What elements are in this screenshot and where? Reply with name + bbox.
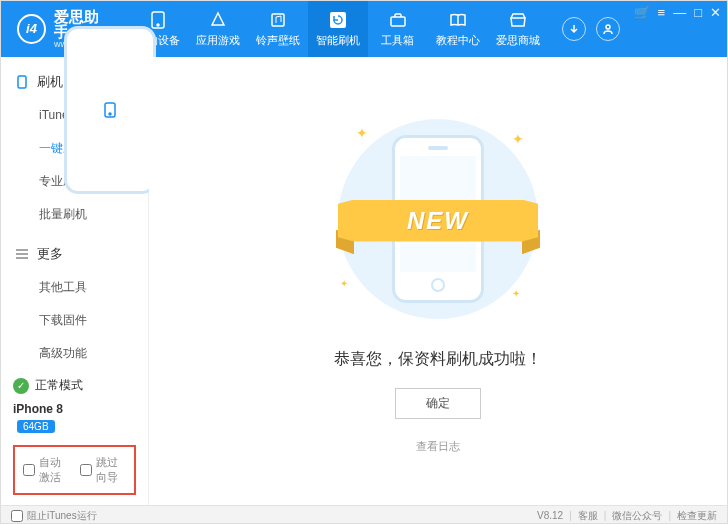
- sparkle-icon: ✦: [340, 278, 348, 289]
- nav-smart-flash[interactable]: 智能刷机: [308, 1, 368, 57]
- svg-point-12: [109, 113, 111, 115]
- download-icon[interactable]: [562, 17, 586, 41]
- user-icon[interactable]: [596, 17, 620, 41]
- wechat-link[interactable]: 微信公众号: [612, 509, 662, 523]
- main-content: ✦ ✦ ✦ ✦ NEW 恭喜您，保资料刷机成功啦！ 确定 查看日志: [149, 57, 727, 505]
- sidebar-header-more[interactable]: 更多: [1, 237, 148, 271]
- cart-icon[interactable]: 🛒: [634, 5, 650, 20]
- ok-button[interactable]: 确定: [395, 388, 481, 419]
- view-log-link[interactable]: 查看日志: [416, 439, 460, 454]
- nav-apps-games[interactable]: 应用游戏: [188, 1, 248, 57]
- svg-rect-7: [18, 76, 26, 88]
- device-status[interactable]: iPhone 8 64GB: [13, 398, 136, 437]
- skip-guide-checkbox[interactable]: 跳过向导: [80, 455, 127, 485]
- mode-label: 正常模式: [35, 377, 83, 394]
- nav-tutorials[interactable]: 教程中心: [428, 1, 488, 57]
- sparkle-icon: ✦: [512, 288, 520, 299]
- update-link[interactable]: 检查更新: [677, 509, 717, 523]
- check-icon: ✓: [13, 378, 29, 394]
- sidebar-item-other-tools[interactable]: 其他工具: [1, 271, 148, 304]
- phone-small-icon: [15, 75, 29, 89]
- main-nav: 我的设备 应用游戏 铃声壁纸 智能刷机 工具箱 教程中心 爱思商城: [128, 1, 548, 57]
- toolbox-icon: [389, 11, 407, 29]
- nav-label: 铃声壁纸: [256, 33, 300, 48]
- sparkle-icon: ✦: [356, 125, 368, 141]
- sidebar-section-more: 更多 其他工具 下载固件 高级功能: [1, 237, 148, 363]
- logo-icon: i4: [17, 14, 46, 44]
- nav-label: 智能刷机: [316, 33, 360, 48]
- mode-status[interactable]: ✓ 正常模式: [13, 373, 136, 398]
- apps-icon: [209, 11, 227, 29]
- device-name: iPhone 8: [13, 402, 63, 416]
- sidebar-item-advanced[interactable]: 高级功能: [1, 337, 148, 363]
- options-highlighted: 自动激活 跳过向导: [13, 445, 136, 495]
- close-icon[interactable]: ✕: [710, 5, 721, 20]
- menu-icon[interactable]: ≡: [658, 5, 666, 20]
- shop-icon: [509, 11, 527, 29]
- refresh-icon: [329, 11, 347, 29]
- note-icon: [269, 11, 287, 29]
- sidebar-item-batch-flash[interactable]: 批量刷机: [1, 198, 148, 231]
- nav-label: 应用游戏: [196, 33, 240, 48]
- header-right: [548, 17, 634, 41]
- nav-toolbox[interactable]: 工具箱: [368, 1, 428, 57]
- support-link[interactable]: 客服: [578, 509, 598, 523]
- svg-rect-2: [272, 14, 284, 26]
- sparkle-icon: ✦: [512, 131, 524, 147]
- svg-point-6: [606, 25, 610, 29]
- nav-label: 工具箱: [381, 33, 414, 48]
- storage-badge: 64GB: [17, 420, 55, 433]
- svg-rect-4: [391, 17, 405, 26]
- window-controls: 🛒 ≡ — □ ✕: [634, 1, 727, 57]
- sidebar-bottom: ✓ 正常模式 iPhone 8 64GB 自动激活 跳过向导: [1, 363, 148, 505]
- nav-mall[interactable]: 爱思商城: [488, 1, 548, 57]
- nav-label: 教程中心: [436, 33, 480, 48]
- sidebar-item-download-firmware[interactable]: 下载固件: [1, 304, 148, 337]
- maximize-icon[interactable]: □: [694, 5, 702, 20]
- nav-label: 爱思商城: [496, 33, 540, 48]
- auto-activate-checkbox[interactable]: 自动激活: [23, 455, 70, 485]
- success-message: 恭喜您，保资料刷机成功啦！: [334, 349, 542, 370]
- menu-lines-icon: [15, 247, 29, 261]
- sidebar-header-label: 刷机: [37, 73, 63, 91]
- nav-ringtones[interactable]: 铃声壁纸: [248, 1, 308, 57]
- success-illustration: ✦ ✦ ✦ ✦ NEW: [328, 109, 548, 329]
- new-banner: NEW: [338, 197, 538, 245]
- sidebar-header-label: 更多: [37, 245, 63, 263]
- prevent-itunes-checkbox[interactable]: 阻止iTunes运行: [11, 509, 97, 523]
- book-icon: [449, 11, 467, 29]
- phone-icon: [149, 11, 167, 29]
- sidebar: 刷机 iTunes刷机 一键刷机 专业刷机 批量刷机 更多 其他工具 下载固件 …: [1, 57, 149, 505]
- minimize-icon[interactable]: —: [673, 5, 686, 20]
- footer: 阻止iTunes运行 V8.12 | 客服 | 微信公众号 | 检查更新: [1, 505, 727, 524]
- svg-point-1: [157, 24, 159, 26]
- version-label: V8.12: [537, 510, 563, 521]
- device-icon: [64, 26, 156, 194]
